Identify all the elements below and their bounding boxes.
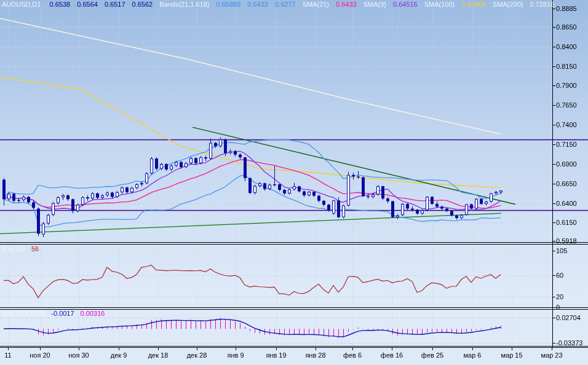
trading-chart-window: AUDUSD,D1 0.6538 0.6564 0.6517 0.6562 Ba… (0, 0, 588, 365)
price-chart-canvas[interactable] (0, 0, 588, 365)
